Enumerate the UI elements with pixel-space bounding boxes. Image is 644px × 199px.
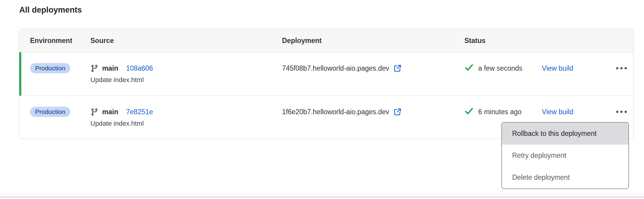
menu-item-rollback[interactable]: Rollback to this deployment (502, 123, 628, 145)
view-build-link[interactable]: View build (542, 108, 573, 116)
view-build-cell: View build (542, 107, 609, 117)
deployment-url: 1f6e20b7.helloworld-aio.pages.dev (282, 108, 389, 116)
environment-cell: Production (30, 63, 90, 73)
git-branch-icon (90, 108, 99, 116)
external-link-icon[interactable] (393, 64, 402, 72)
bottom-divider (0, 197, 644, 197)
view-build-cell: View build (542, 63, 609, 73)
environment-badge: Production (30, 63, 70, 73)
commit-message: Update index.html (90, 76, 282, 84)
branch-name: main (102, 64, 118, 72)
status-text: a few seconds (478, 64, 522, 72)
column-header-source: Source (90, 37, 282, 45)
commit-link[interactable]: 108a606 (126, 64, 153, 72)
menu-item-retry[interactable]: Retry deployment (502, 145, 628, 167)
source-cell: main 7e8251e Update index.html (90, 107, 282, 127)
branch-name: main (102, 108, 118, 116)
deployment-row: Production main 108a606 Update index.htm… (19, 52, 633, 96)
status-text: 6 minutes ago (478, 108, 521, 116)
ellipsis-menu-button[interactable] (614, 109, 629, 115)
deployment-context-menu: Rollback to this deployment Retry deploy… (501, 122, 629, 189)
menu-item-delete[interactable]: Delete deployment (502, 167, 628, 188)
environment-cell: Production (30, 107, 90, 117)
environment-badge: Production (30, 107, 70, 117)
check-icon (464, 63, 474, 74)
git-branch-icon (90, 64, 99, 72)
source-cell: main 108a606 Update index.html (90, 63, 282, 84)
commit-message: Update index.html (90, 120, 282, 127)
deployment-url: 745f08b7.helloworld-aio.pages.dev (282, 64, 389, 72)
check-icon (464, 106, 474, 118)
actions-cell (609, 63, 633, 73)
footer-band (0, 192, 644, 197)
status-cell: 6 minutes ago (464, 107, 542, 117)
column-header-status: Status (464, 37, 542, 45)
deployment-cell: 745f08b7.helloworld-aio.pages.dev (282, 63, 464, 73)
commit-link[interactable]: 7e8251e (126, 108, 153, 116)
status-cell: a few seconds (464, 63, 542, 73)
actions-cell (609, 107, 633, 117)
external-link-icon[interactable] (393, 108, 402, 116)
table-header-row: Environment Source Deployment Status (19, 29, 633, 52)
deployment-cell: 1f6e20b7.helloworld-aio.pages.dev (282, 107, 464, 117)
view-build-link[interactable]: View build (542, 64, 573, 72)
column-header-environment: Environment (30, 37, 90, 45)
ellipsis-menu-button[interactable] (614, 66, 629, 71)
column-header-deployment: Deployment (282, 37, 464, 45)
page-title: All deployments (19, 5, 82, 15)
active-deployment-indicator (19, 52, 21, 96)
